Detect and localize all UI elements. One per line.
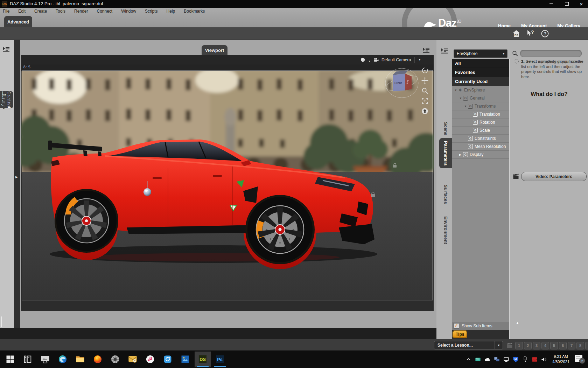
panel-resize-arrow-icon[interactable]: ▲ [516,321,519,325]
lesson-select-dropdown[interactable]: Select a Lesson... ▼ [434,341,503,349]
param-tree-item-constraints[interactable]: Constraints [452,135,509,143]
lesson-number-9[interactable]: 9 [585,342,588,349]
maximize-button[interactable] [559,0,574,8]
toolbar-whats-this[interactable] [525,28,536,39]
camera-selector-value[interactable]: Default Camera [382,57,411,62]
menu-edit[interactable]: Edit [18,8,26,14]
menu-create[interactable]: Create [34,8,48,14]
viewport-nav-frame[interactable] [421,97,429,105]
video-parameters-button[interactable]: Video: Parameters [521,172,587,181]
tray-pc[interactable] [493,355,500,363]
param-tree-item-translation[interactable]: Translation [452,110,509,118]
menu-window[interactable]: Window [120,8,137,14]
menu-tools[interactable]: Tools [55,8,66,14]
param-tree-item-general[interactable]: ▼ General [452,94,509,102]
menu-render[interactable]: Render [74,8,89,14]
close-button[interactable]: × [574,0,588,8]
toolbar-help[interactable] [539,28,550,39]
toolbar-ds-home[interactable] [511,28,522,39]
viewport-tab[interactable]: Viewport [202,45,227,55]
tray-expand[interactable] [464,355,472,363]
taskbar-app-instagram[interactable] [160,352,176,367]
tree-caret-icon[interactable]: ▼ [454,89,458,92]
show-sub-items-checkbox[interactable] [454,323,459,329]
tree-caret-icon[interactable]: ▶ [459,153,463,156]
sidebar-pane-menu-icon[interactable] [2,46,10,54]
dock-tab-parameters[interactable]: Parameters [439,138,452,168]
viewport-pane-menu-icon[interactable] [422,46,430,55]
viewport-render-area[interactable]: Front Left 8 : 5 ▼ Default Camera ▼ [21,55,434,311]
taskbar-app-wheel-app[interactable] [107,352,123,367]
view-row-currently-used[interactable]: Currently Used [452,77,509,86]
taskbar-app-photo-viewer[interactable] [37,352,53,367]
taskbar-app-daz-studio[interactable] [195,352,211,367]
tray-keyboard[interactable] [474,355,482,363]
param-tree-item-rotation[interactable]: Rotation [452,118,509,127]
param-tree-item-transforms[interactable]: ▼ Transforms [452,102,509,110]
lesson-select-caret-icon[interactable]: ▼ [495,341,503,349]
viewport-nav-pan[interactable] [421,77,429,84]
param-tree-item-mesh-resolution[interactable]: Mesh Resolution [452,143,509,151]
taskbar-app-photos[interactable] [177,352,193,367]
tray-network[interactable] [502,355,510,363]
tips-button[interactable]: Tips [453,331,467,338]
lesson-number-7[interactable]: 7 [568,342,575,349]
tray-red[interactable] [531,355,538,363]
workspace-tab-advanced[interactable]: Advanced [4,16,32,27]
tree-caret-icon[interactable]: ▼ [464,105,468,108]
taskbar-app-file-explorer[interactable] [72,352,88,367]
param-tree-item-scale[interactable]: Scale [452,127,509,135]
lesson-number-4[interactable]: 4 [541,342,549,349]
header-link-my-account[interactable]: My Account [521,23,547,27]
taskbar-app-start[interactable] [2,352,18,367]
dock-tab-scene[interactable]: Scene [440,118,451,139]
menu-file[interactable]: File [2,8,10,14]
menu-scripts[interactable]: Scripts [144,8,159,14]
tray-volume[interactable] [540,355,548,363]
menu-help[interactable]: Help [166,8,176,14]
tray-malwarebytes[interactable] [512,355,519,363]
dock-pane-menu-icon[interactable] [440,47,449,55]
taskbar-app-mail[interactable] [125,352,141,367]
tree-caret-icon[interactable]: ▼ [459,97,463,100]
viewport-nav-dolly[interactable] [421,87,429,95]
lesson-number-8[interactable]: 8 [576,342,584,349]
node-selector-dropdown[interactable]: EnvSphere ▼ [454,49,507,58]
taskbar-app-firefox[interactable] [90,352,106,367]
dock-tab-surfaces[interactable]: Surfaces [440,182,451,207]
lesson-number-6[interactable]: 6 [559,342,567,349]
taskbar-app-edge[interactable] [55,352,71,367]
menu-bookmarks[interactable]: Bookmarks [183,8,205,14]
sidebar-tab-smart-content[interactable]: Smart Content [0,91,14,108]
taskbar-app-media-app[interactable] [142,352,158,367]
lesson-number-2[interactable]: 2 [524,342,532,349]
param-tree-item-display[interactable]: ▶ Display [452,151,509,159]
header-link-home[interactable]: Home [498,23,511,27]
lesson-number-5[interactable]: 5 [550,342,558,349]
left-splitter-arrow-icon[interactable]: ▶ [15,175,18,179]
tray-usb[interactable] [521,355,529,363]
view-row-all[interactable]: All [452,59,509,68]
camera-dropdown-icon[interactable]: ▼ [418,58,421,61]
node-selector-caret-icon[interactable]: ▼ [500,50,507,57]
taskbar-app-task-view[interactable] [20,352,36,367]
tray-cloud[interactable] [483,355,491,363]
lesson-number-3[interactable]: 3 [533,342,540,349]
draw-style-caret-icon[interactable]: ▼ [368,60,371,62]
menu-band: Daz3D HomeMy AccountMy Gallery FileEditC… [0,8,588,27]
lesson-number-1[interactable]: 1 [515,342,523,349]
draw-style-icon[interactable] [360,57,366,63]
minimize-button[interactable] [544,0,559,8]
search-input[interactable] [520,50,582,57]
taskbar-clock[interactable]: 9:21 AM 4/30/2021 [550,354,572,364]
notification-center[interactable]: 2 [574,354,585,364]
header-link-my-gallery[interactable]: My Gallery [557,23,580,27]
taskbar-app-photoshop[interactable] [212,352,228,367]
param-tree-item-envsphere[interactable]: ▼ EnvSphere [452,86,509,94]
viewport-nav-aim[interactable] [421,107,429,115]
viewport-nav-orbit[interactable] [421,67,429,74]
dock-tab-environment[interactable]: Environment [440,212,451,249]
left-splitter[interactable] [14,40,20,328]
view-row-favorites[interactable]: Favorites [452,68,509,77]
menu-connect[interactable]: Connect [96,8,113,14]
